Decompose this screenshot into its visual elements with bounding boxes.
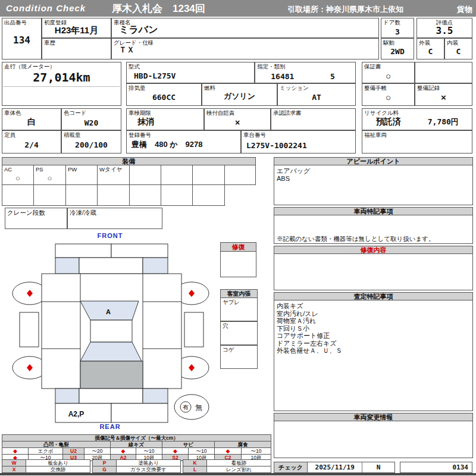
appeal-body: エアバッグ ABS — [274, 165, 473, 205]
cell-exterior-grade: 外装 C — [416, 38, 444, 60]
exterior-grade-label: 外装 — [419, 39, 430, 47]
drive-label: 駆動 — [383, 39, 394, 47]
load-capacity-label: 積載量 — [64, 131, 81, 139]
inspection-value: 抹消 — [127, 117, 203, 127]
roof-panel — [90, 320, 132, 342]
assessment-line: コアサポート修正 — [274, 332, 472, 340]
equipment-ps-label: PS — [36, 166, 43, 173]
class-no-values: 16481 5 — [255, 72, 355, 81]
interior-grade-value: C — [445, 47, 472, 56]
chassis-no-value: L275V-1002241 — [242, 141, 355, 150]
repair-box-body — [220, 251, 256, 277]
legend-code-desc: レンズ割れ — [207, 466, 271, 473]
legend-diamond-icon: ◆ — [111, 448, 136, 455]
assessment-body: 内装キズ 室内汚れ/スレ 荷物室Ａ汚れ 下回りＳ小 コアサポート修正 ドアミラー… — [274, 300, 473, 411]
rear-label: REAR — [80, 423, 140, 430]
reg-number-label: 登録番号 — [129, 131, 151, 139]
recycle-fee-amount: 7,780円 — [415, 117, 472, 127]
exterior-grade-value: C — [417, 47, 444, 56]
model-code-label: 型式 — [129, 63, 140, 71]
fridge-label: 冷凍/冷蔵 — [70, 209, 96, 217]
mileage-value: 27,014km — [2, 70, 121, 84]
rear-window — [80, 342, 142, 361]
legend-cell: エクボ — [29, 448, 63, 455]
cell-doors: ドア数 3 — [381, 18, 414, 38]
cell-fridge: 冷凍/冷蔵 — [67, 208, 162, 229]
equipment-empty-cell — [192, 184, 225, 206]
check-date: 2025/11/19 — [308, 462, 362, 472]
legend-code-p: P — [93, 460, 117, 466]
rear-bumper-damage-code: A2,P — [68, 410, 84, 418]
appeal-header: アピールポイント — [274, 157, 473, 165]
first-registration-value: H23年11月 — [42, 25, 111, 36]
cabin-trim-hole: 穴 — [220, 321, 258, 345]
equipment-wtire-label: Wタイヤ — [99, 166, 122, 174]
code-legend-table-2: P 塗装あり G ガラス交換要す — [92, 459, 181, 473]
cell-maintenance-record: 整備記録 × — [415, 83, 472, 106]
cabin-burn-label: コゲ — [223, 346, 234, 354]
fuel-value: ガソリン — [202, 91, 277, 102]
cell-lot-no: 出品番号 134 — [2, 18, 42, 60]
equipment-empty-cell — [129, 184, 161, 206]
spare-yes-text: 有 — [183, 404, 189, 411]
cell-grade: グレード・仕様 ＴＸ — [111, 38, 379, 60]
equipment-cell-ps: PS ○ — [33, 165, 66, 185]
legend-diamond-icon: ◆ — [215, 448, 242, 455]
maintenance-book-value: ○ — [362, 92, 414, 102]
cell-welfare: 福祉車両 — [362, 130, 472, 154]
legend-code-l: L — [183, 466, 207, 473]
cell-first-registration: 初度登録 H23年11月 — [42, 18, 111, 38]
transmission-label: ミッション — [280, 84, 309, 92]
equipment-cell-pw: PW — [65, 165, 98, 185]
legend-code-desc: 塗装あり — [117, 460, 181, 466]
equipment-empty-cell — [33, 184, 66, 206]
class-no-value: 16481 — [255, 72, 310, 81]
cell-model-name: 車種名 ミラバン — [111, 18, 379, 38]
history-label: 車歴 — [44, 39, 55, 47]
warranty-book-label: 保証書 — [364, 63, 381, 71]
legend-code-w: W — [2, 460, 26, 466]
color-code-value: W20 — [62, 118, 121, 127]
legend-code-u2: U2 — [63, 448, 84, 455]
equipment-ac-value: ○ — [2, 174, 33, 183]
cell-color-code: 色コード W20 — [61, 108, 121, 130]
cell-inspection: 車検期限 抹消 — [126, 108, 204, 130]
left-side-step — [20, 312, 39, 347]
recycle-fee-status: 預託済 — [362, 117, 415, 127]
legend-code-g: G — [93, 466, 117, 473]
check-label: チェック — [274, 462, 308, 473]
repair-box-header: 修復 — [220, 242, 256, 252]
doors-label: ドア数 — [383, 19, 400, 27]
vehicle-notes-note: ※記載のない書類・機器等は無しとして取り扱います。 — [274, 235, 434, 243]
cell-warranty-book: 保証書 ○ — [362, 62, 415, 83]
legend-code-desc: 板金あり — [26, 460, 90, 466]
hood-panel — [79, 258, 143, 274]
legend-title: 損傷記号＆損傷サイズ（〜最大cm） — [2, 435, 271, 441]
warranty-book-value: ○ — [362, 71, 414, 81]
equipment-cell-ac: AC ○ — [2, 165, 34, 185]
right-side-step — [184, 312, 203, 347]
cell-class-no: 指定・類別 16481 5 — [255, 62, 356, 83]
front-bumper-left — [55, 244, 111, 258]
appeal-line: ABS — [274, 175, 472, 183]
cell-interior-grade: 内装 C — [444, 38, 472, 60]
transmission-value: AT — [278, 93, 355, 102]
equipment-empty-cell — [2, 184, 34, 206]
cell-crane: クレーン段数 — [5, 208, 67, 229]
equipment-empty-cell — [65, 184, 98, 206]
cabin-hole-label: 穴 — [223, 322, 228, 330]
equipment-empty-cell — [224, 165, 256, 185]
check-box: 2025/11/19 N — [307, 462, 395, 473]
pickup-location: 引取場所：神奈川県厚木市上依知 — [287, 4, 403, 15]
body-color-value: 白 — [2, 117, 61, 127]
cell-approval-request: 承認請求書 — [271, 108, 356, 130]
repair-detail-header: 修復内容 — [274, 246, 473, 254]
maintenance-record-label: 整備記録 — [417, 84, 440, 92]
chassis-no-label: 車台番号 — [243, 131, 266, 139]
cell-load-capacity: 積載量 200/100 — [61, 130, 121, 154]
color-code-label: 色コード — [64, 109, 86, 117]
legend-group-dents: 凸凹・亀裂 — [2, 441, 111, 448]
cell-maintenance-book: 整備手帳 ○ — [362, 83, 415, 106]
insurance-label: 検付自賠責 — [206, 109, 235, 117]
cell-fuel: 燃料 ガソリン — [202, 83, 277, 106]
